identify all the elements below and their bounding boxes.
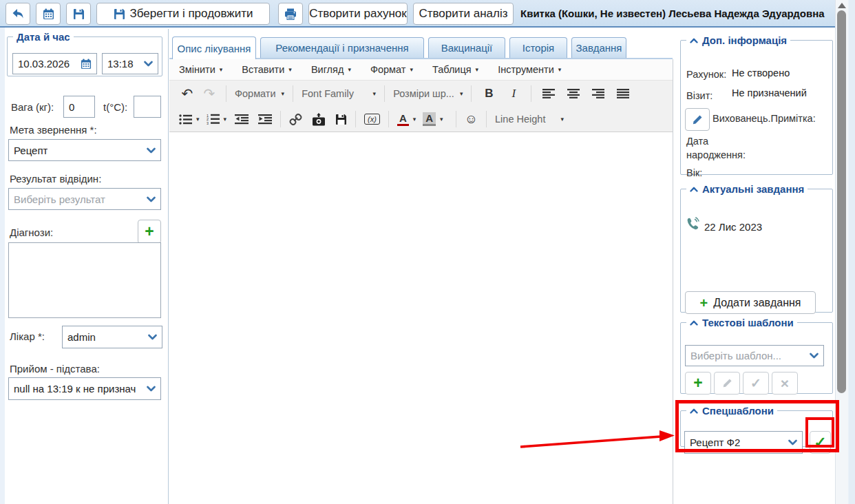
formula-icon[interactable]: (x) — [364, 114, 380, 125]
plus-icon: + — [145, 224, 154, 240]
save-button[interactable] — [66, 3, 91, 25]
plus-icon: + — [693, 375, 702, 391]
toolbar-divider — [226, 85, 226, 102]
back-button[interactable] — [6, 3, 30, 25]
purpose-label: Мета звернення *: — [10, 124, 97, 136]
create-invoice-button[interactable]: Створити рахунок — [308, 3, 408, 25]
upload-image-icon[interactable] — [312, 113, 326, 126]
add-diagnosis-button[interactable]: + — [138, 220, 161, 244]
calendar-icon — [43, 8, 54, 20]
font-family-dropdown[interactable]: Font Family▾ — [302, 88, 376, 99]
edit-note-button[interactable] — [685, 108, 710, 131]
save-draft-icon[interactable] — [335, 114, 347, 125]
pencil-icon — [692, 114, 703, 125]
menu-format[interactable]: Формат▾ — [370, 64, 413, 75]
time-value: 13:18 — [107, 58, 134, 70]
add-task-button[interactable]: + Додати завдання — [685, 291, 816, 314]
date-input[interactable]: 10.03.2026 — [12, 53, 97, 74]
chevron-down-icon — [810, 353, 819, 359]
chevron-up-icon[interactable] — [690, 187, 698, 192]
menu-view[interactable]: Вигляд▾ — [311, 64, 351, 75]
align-justify-icon[interactable] — [614, 89, 632, 98]
toolbar-divider — [388, 111, 389, 127]
top-toolbar: Зберегти і продовжити Створити рахунок С… — [0, 0, 835, 28]
create-invoice-label: Створити рахунок — [309, 7, 407, 21]
chevron-up-icon[interactable] — [690, 38, 698, 43]
purpose-select[interactable]: Рецепт — [8, 139, 161, 161]
caret-down-icon: ▾ — [476, 66, 479, 73]
date-value: 10.03.2026 — [18, 58, 70, 70]
scrollbar-thumb[interactable] — [837, 10, 846, 393]
undo-icon[interactable]: ↶ — [179, 87, 196, 101]
editor-content-area[interactable] — [169, 132, 673, 504]
link-icon[interactable] — [289, 113, 302, 126]
redo-icon[interactable]: ↷ — [201, 87, 218, 101]
temp-label: t(°C): — [103, 101, 127, 113]
create-analysis-button[interactable]: Створити аналіз — [413, 3, 514, 25]
invoice-label: Рахунок: — [686, 69, 726, 80]
outdent-icon[interactable] — [235, 114, 249, 125]
delete-template-button[interactable]: × — [772, 372, 798, 395]
calendar-button[interactable] — [36, 3, 61, 25]
apply-template-button[interactable]: ✓ — [743, 372, 769, 395]
time-select[interactable]: 13:18 — [102, 53, 158, 74]
chevron-up-icon[interactable] — [690, 320, 698, 326]
task-date[interactable]: 22 Лис 2023 — [704, 221, 762, 233]
caret-down-icon[interactable]: ▾ — [440, 116, 443, 123]
numbered-list-icon[interactable]: 123 — [207, 114, 220, 125]
formats-dropdown[interactable]: Формати▾ — [235, 88, 284, 99]
font-size-dropdown[interactable]: Розміри шр...▾ — [393, 88, 463, 99]
caret-down-icon: ▾ — [560, 116, 564, 123]
datetime-legend: Дата й час — [13, 31, 74, 43]
chevron-down-icon — [147, 196, 156, 202]
visit-result-select[interactable]: Виберіть результат — [8, 188, 161, 210]
special-template-select[interactable]: Рецепт Ф2 — [684, 431, 803, 454]
smiley-icon[interactable]: ☺ — [465, 112, 478, 127]
caret-down-icon[interactable]: ▾ — [224, 116, 227, 123]
add-template-button[interactable]: + — [685, 372, 711, 395]
line-height-dropdown[interactable]: Line Height▾ — [495, 114, 564, 125]
align-right-icon[interactable] — [589, 89, 607, 98]
menu-tools[interactable]: Інструменти▾ — [498, 64, 561, 75]
scrollbar-up-arrow[interactable] — [838, 3, 846, 8]
caret-down-icon[interactable]: ▾ — [196, 116, 200, 123]
italic-button[interactable]: I — [505, 87, 522, 101]
chevron-down-icon — [144, 61, 153, 67]
caret-down-icon[interactable]: ▾ — [413, 116, 416, 123]
diagnoses-textarea[interactable] — [8, 242, 161, 318]
tab-vaccinations[interactable]: Вакцинації — [428, 37, 505, 58]
text-color-icon[interactable]: A — [397, 112, 409, 126]
chevron-up-icon[interactable] — [690, 408, 698, 414]
template-select[interactable]: Виберіть шаблон... — [685, 345, 824, 366]
toolbar-divider — [456, 111, 456, 127]
temp-input[interactable] — [134, 96, 161, 118]
align-left-icon[interactable] — [540, 89, 558, 98]
apply-special-template-button[interactable]: ✓ — [810, 431, 831, 454]
weight-input[interactable]: 0 — [63, 96, 95, 118]
align-center-icon[interactable] — [564, 89, 582, 98]
calendar-icon[interactable] — [81, 59, 92, 70]
doctor-label: Лікар *: — [10, 330, 45, 342]
plus-icon: + — [700, 296, 708, 310]
tab-recommendations[interactable]: Рекомендації і призначення — [260, 37, 424, 58]
tab-history[interactable]: Історія — [509, 37, 567, 58]
menu-edit[interactable]: Змінити▾ — [179, 64, 222, 75]
save-continue-button[interactable]: Зберегти і продовжити — [96, 3, 270, 25]
bullet-list-icon[interactable] — [179, 114, 192, 125]
menu-insert[interactable]: Вставити▾ — [242, 64, 292, 75]
edit-template-button[interactable] — [714, 372, 740, 395]
print-button[interactable] — [278, 3, 303, 25]
phone-task-icon[interactable] — [686, 217, 700, 231]
tab-tasks[interactable]: Завдання — [571, 37, 626, 58]
menu-table[interactable]: Таблиця▾ — [432, 64, 478, 75]
bold-button[interactable]: B — [480, 87, 498, 101]
doctor-select[interactable]: admin — [62, 326, 162, 348]
close-icon: × — [781, 375, 789, 392]
background-color-icon[interactable]: A — [423, 112, 436, 126]
special-templates-fieldset: Спецшаблони Рецепт Ф2 ✓ — [680, 405, 833, 447]
indent-icon[interactable] — [258, 114, 272, 125]
caret-down-icon: ▾ — [373, 90, 377, 97]
tab-treatment-description[interactable]: Опис лікування — [172, 36, 256, 59]
appointment-reason-select[interactable]: null на 13:19 к не признач — [8, 377, 161, 400]
chevron-down-icon — [147, 386, 156, 392]
